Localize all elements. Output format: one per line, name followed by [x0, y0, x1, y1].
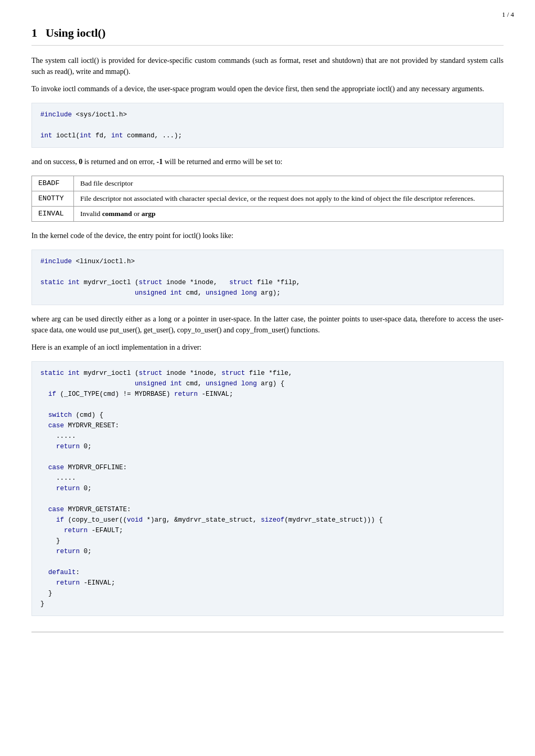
error-desc: Invalid command or argp [74, 207, 504, 222]
paragraph-5: where arg can be used directly either as… [31, 314, 504, 336]
paragraph-1: The system call ioctl() is provided for … [31, 55, 504, 77]
minusone-bold: -1 [157, 158, 163, 166]
error-desc: File descriptor not associated with char… [74, 191, 504, 207]
paragraph-6: Here is an example of an ioctl implement… [31, 342, 504, 353]
keyword-int2: int [80, 132, 92, 139]
code-block-1: #include <sys/ioctl.h> int ioctl(int fd,… [31, 103, 504, 148]
error-code: EBADF [32, 176, 74, 191]
title-text: Using ioctl() [46, 26, 105, 39]
table-row: ENOTTYFile descriptor not associated wit… [32, 191, 504, 207]
section-title: 1Using ioctl() [31, 26, 504, 46]
keyword-int3: int [111, 132, 123, 139]
paragraph-2: To invoke ioctl commands of a device, th… [31, 83, 504, 94]
error-table: EBADFBad file descriptorENOTTYFile descr… [31, 176, 504, 222]
section-number: 1 [31, 26, 37, 39]
error-code: EINVAL [32, 207, 74, 222]
page-number: 1 / 4 [502, 10, 514, 19]
keyword-int1: int [40, 132, 52, 139]
table-row: EINVALInvalid command or argp [32, 207, 504, 222]
error-desc: Bad file descriptor [74, 176, 504, 191]
code-block-3: static int mydrvr_ioctl (struct inode *i… [31, 361, 504, 616]
paragraph-4: In the kernel code of the device, the en… [31, 230, 504, 241]
table-row: EBADFBad file descriptor [32, 176, 504, 191]
error-code: ENOTTY [32, 191, 74, 207]
code-block-2: #include <linux/ioctl.h> static int mydr… [31, 250, 504, 305]
paragraph-3: and on success, 0 is returned and on err… [31, 156, 504, 167]
page-divider [31, 632, 504, 632]
keyword-include1: #include [40, 111, 72, 118]
